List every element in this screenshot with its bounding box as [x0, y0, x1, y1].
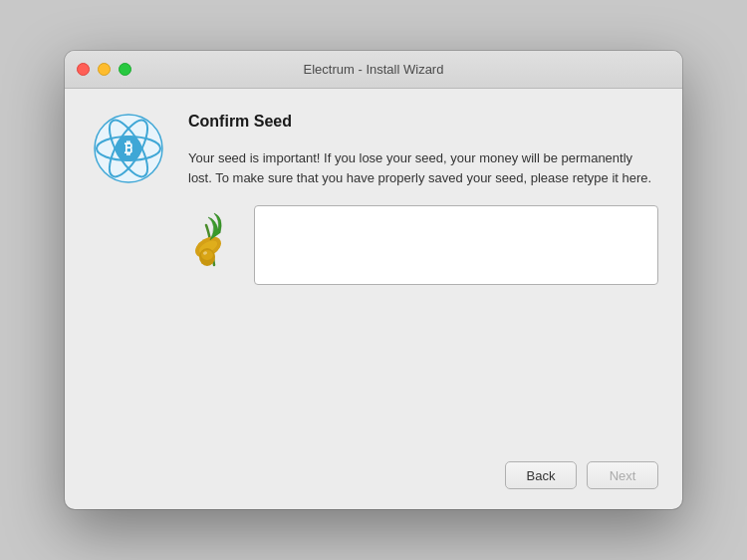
- right-panel: Confirm Seed Your seed is important! If …: [188, 113, 658, 433]
- seed-input[interactable]: [254, 205, 658, 285]
- maximize-button[interactable]: [119, 63, 131, 76]
- footer: Back Next: [65, 449, 682, 509]
- next-button[interactable]: Next: [587, 461, 658, 489]
- window-content: ₿ Confirm Seed Your seed is important! I…: [65, 89, 682, 509]
- electrum-icon: ₿: [93, 113, 164, 188]
- left-panel: ₿: [89, 113, 168, 433]
- description-text: Your seed is important! If you lose your…: [188, 148, 658, 187]
- minimize-button[interactable]: [98, 63, 111, 76]
- svg-text:₿: ₿: [124, 140, 132, 156]
- seed-sprout-icon: [188, 205, 240, 277]
- app-window: Electrum - Install Wizard: [65, 51, 682, 509]
- back-button[interactable]: Back: [505, 461, 577, 489]
- main-area: ₿ Confirm Seed Your seed is important! I…: [65, 89, 682, 449]
- title-bar: Electrum - Install Wizard: [65, 51, 682, 89]
- window-controls: [77, 63, 131, 76]
- seed-input-row: [188, 205, 658, 285]
- close-button[interactable]: [77, 63, 90, 76]
- section-title: Confirm Seed: [188, 113, 658, 131]
- window-title: Electrum - Install Wizard: [304, 62, 444, 77]
- svg-point-9: [201, 250, 213, 260]
